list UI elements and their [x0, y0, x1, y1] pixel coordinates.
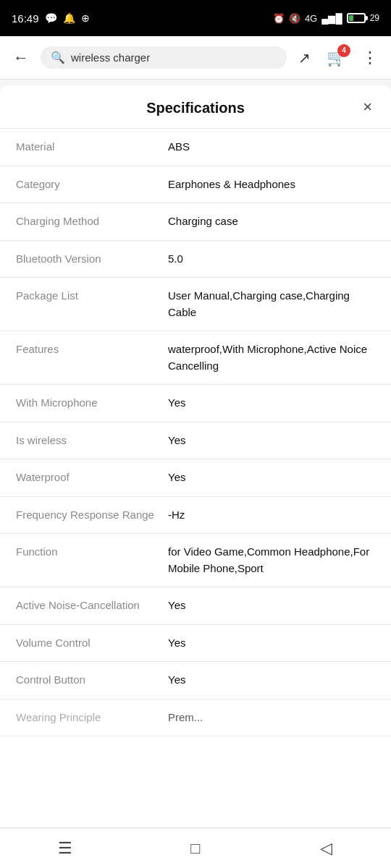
- search-bar[interactable]: 🔍 wireless charger: [41, 46, 287, 69]
- mute-icon: 🔇: [289, 13, 300, 24]
- spec-label: Charging Method: [16, 213, 168, 230]
- modal-title: Specifications: [146, 100, 245, 116]
- spec-value: User Manual,Charging case,Charging Cable: [168, 288, 375, 320]
- spec-row: Charging MethodCharging case: [0, 203, 391, 241]
- spec-value: for Video Game,Common Headphone,For Mobi…: [168, 544, 375, 576]
- spec-row: With MicrophoneYes: [0, 385, 391, 422]
- nav-bar: ← 🔍 wireless charger ↗ 🛒 4 ⋮: [0, 36, 391, 80]
- spec-value: Yes: [168, 635, 375, 652]
- spec-row: Featureswaterproof,With Microphone,Activ…: [0, 331, 391, 385]
- spec-label: Package List: [16, 288, 168, 305]
- spec-row: Control ButtonYes: [0, 662, 391, 699]
- share-button[interactable]: ↗: [294, 45, 315, 71]
- spec-value: Yes: [168, 433, 375, 449]
- status-bar-right: ⏰ 🔇 4G ▄▆█ 29: [273, 13, 379, 24]
- back-nav-button[interactable]: ◁: [261, 828, 391, 868]
- spec-label: Volume Control: [16, 635, 168, 652]
- close-button[interactable]: ×: [357, 95, 378, 119]
- messenger-icon: 💬: [45, 12, 57, 24]
- home-icon: □: [190, 839, 200, 858]
- spec-row: MaterialABS: [0, 129, 391, 166]
- search-icon: 🔍: [51, 51, 65, 64]
- spec-row: CategoryEarphones & Headphones: [0, 166, 391, 204]
- spec-label-last: Wearing Principle: [16, 710, 168, 726]
- spec-label: Active Noise-Cancellation: [16, 597, 168, 614]
- cart-badge: 4: [337, 44, 350, 57]
- spec-label: Category: [16, 176, 168, 193]
- spec-value: Yes: [168, 469, 375, 486]
- spec-label: Function: [16, 544, 168, 561]
- spec-value-last: Prem...: [168, 710, 375, 726]
- spec-rows-container: MaterialABSCategoryEarphones & Headphone…: [0, 129, 391, 699]
- spec-row: Frequency Response Range-Hz: [0, 497, 391, 535]
- spec-value: -Hz: [168, 507, 375, 524]
- bottom-nav: ☰ □ ◁: [0, 827, 391, 868]
- spec-label: Frequency Response Range: [16, 507, 168, 524]
- battery-icon: [347, 13, 366, 23]
- spec-row: Bluetooth Version5.0: [0, 241, 391, 278]
- status-bar: 16:49 💬 🔔 ⊕ ⏰ 🔇 4G ▄▆█ 29: [0, 0, 391, 36]
- spec-value: Yes: [168, 597, 375, 614]
- spec-value: 5.0: [168, 251, 375, 268]
- modal-header: Specifications ×: [0, 85, 391, 129]
- spec-value: Charging case: [168, 213, 375, 230]
- spec-label: Is wireless: [16, 433, 168, 449]
- spec-row: Package ListUser Manual,Charging case,Ch…: [0, 278, 391, 331]
- signal-bars: ▄▆█: [321, 13, 342, 24]
- spec-row: Functionfor Video Game,Common Headphone,…: [0, 534, 391, 587]
- spec-label: Waterproof: [16, 469, 168, 486]
- notification-icon: 🔔: [63, 12, 75, 24]
- spec-label: Bluetooth Version: [16, 251, 168, 268]
- spec-row: Volume ControlYes: [0, 625, 391, 663]
- home-nav-button[interactable]: □: [130, 828, 261, 868]
- search-text: wireless charger: [71, 51, 277, 64]
- spec-row-last: Wearing Principle Prem...: [0, 699, 391, 737]
- back-nav-icon: ◁: [320, 839, 332, 858]
- vpn-icon: ⊕: [81, 12, 90, 24]
- spec-modal: Specifications × MaterialABSCategoryEarp…: [0, 85, 391, 868]
- spec-label: With Microphone: [16, 395, 168, 412]
- spec-value: Yes: [168, 395, 375, 412]
- spec-label: Control Button: [16, 672, 168, 689]
- spec-row: Active Noise-CancellationYes: [0, 587, 391, 625]
- cart-button[interactable]: 🛒 4: [322, 44, 350, 72]
- spec-value: Yes: [168, 672, 375, 689]
- menu-icon: ☰: [58, 839, 72, 858]
- status-bar-left: 16:49 💬 🔔 ⊕: [12, 12, 90, 25]
- battery-percent: 29: [370, 13, 379, 23]
- spec-value: waterproof,With Microphone,Active Noice …: [168, 341, 375, 374]
- spec-value: Earphones & Headphones: [168, 176, 375, 193]
- signal-icon: 4G: [305, 13, 317, 24]
- spec-label: Material: [16, 139, 168, 156]
- time-display: 16:49: [12, 12, 39, 25]
- spec-row: Is wirelessYes: [0, 422, 391, 460]
- alarm-icon: ⏰: [273, 13, 285, 24]
- battery-fill: [349, 15, 353, 21]
- back-button[interactable]: ←: [9, 44, 33, 72]
- spec-value: ABS: [168, 139, 375, 156]
- menu-nav-button[interactable]: ☰: [0, 828, 130, 868]
- spec-label: Features: [16, 341, 168, 358]
- more-button[interactable]: ⋮: [358, 44, 382, 72]
- spec-row: WaterproofYes: [0, 459, 391, 497]
